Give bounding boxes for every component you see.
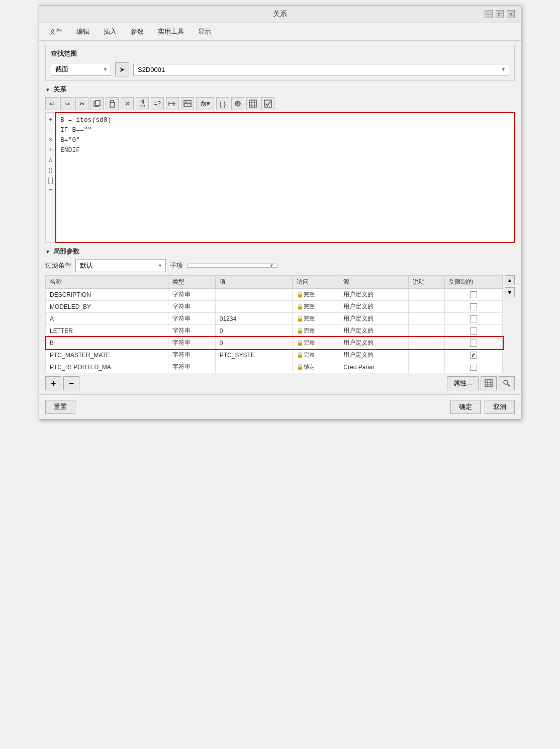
cell-value: PTC_SYSTE [215,349,292,361]
restricted-checkbox[interactable] [470,364,477,371]
cell-note [409,325,445,337]
table-row[interactable]: PTC_MASTER_MATE 字符串 PTC_SYSTE 🔒完整 用户定义的 … [46,349,503,361]
footer-left: 重置 [45,400,75,414]
relations-title: 关系 [53,85,66,94]
target-select[interactable]: S2D0001 [133,64,509,75]
table-row[interactable]: MODELED_BY 字符串 🔒完整 用户定义的 [46,301,503,313]
cell-restricted [445,325,503,337]
line-marker-caret: ∧ [47,155,54,165]
cell-note [409,289,445,301]
title-bar-controls: — □ × [485,10,515,18]
add-param-button[interactable]: + [45,376,61,390]
cell-restricted [445,361,503,373]
table-row[interactable]: LETTER 字符串 0 🔒完整 用户定义的 [46,325,503,337]
search-param-button[interactable] [499,376,515,390]
copy-button[interactable] [90,97,104,110]
restricted-checkbox[interactable] [470,315,477,322]
code-editor[interactable] [55,112,515,243]
table-row[interactable]: DESCRIPTION 字符串 🔒完整 用户定义的 [46,289,503,301]
remove-param-button[interactable]: − [63,376,79,390]
cell-type: 字符串 [168,289,215,301]
table-row[interactable]: PTC_REPORTED_MA 字符串 🔒锁定 Creo Paran [46,361,503,373]
line-marker-plus: + [47,115,54,125]
cell-source: 用户定义的 [339,301,409,313]
cell-type: 字符串 [168,337,215,349]
col-source: 源 [339,276,409,289]
cut-button[interactable]: ✂ [75,97,88,110]
cell-name: PTC_MASTER_MATE [46,349,168,361]
cell-access: 🔒完整 [292,337,339,349]
table-button[interactable] [246,97,259,110]
delete-button[interactable]: ✕ [121,97,134,110]
cell-access: 🔒锁定 [292,361,339,373]
cell-note [409,337,445,349]
menu-display[interactable]: 显示 [196,26,213,37]
link-button[interactable] [231,97,244,110]
cell-name: B [46,337,168,349]
cell-name: PTC_REPORTED_MA [46,361,168,373]
scroll-down-button[interactable]: ▼ [505,287,515,297]
cell-type: 字符串 [168,313,215,325]
bracket-button[interactable]: { } [216,97,229,110]
cancel-button[interactable]: 取消 [485,400,515,414]
params-right-buttons: 属性... [447,376,515,390]
image-button[interactable] [181,97,194,110]
menu-insert[interactable]: 插入 [102,26,119,37]
svg-line-23 [508,384,510,387]
main-window: 关系 — □ × 文件 编辑 插入 参数 实用工具 显示 查找范围 截面 ➤ S… [39,5,521,420]
table-row[interactable]: A 字符串 01234 🔒完整 用户定义的 [46,313,503,325]
filter-select[interactable]: 默认 [75,259,166,272]
redo-button[interactable]: ↪ [60,97,73,110]
relations-collapse-icon[interactable]: ▼ [45,87,50,93]
restricted-checkbox[interactable] [470,327,477,335]
reset-button[interactable]: 重置 [45,400,75,414]
undo-button[interactable]: ↩ [45,97,58,110]
cell-restricted [445,313,503,325]
params-bottom-bar: + − 属性... [45,376,515,390]
arrow-relation-button[interactable] [166,97,179,110]
scope-arrow-button[interactable]: ➤ [115,62,129,76]
scroll-arrows: ▲ ▼ [505,275,515,297]
menu-params[interactable]: 参数 [129,26,146,37]
search-range-group: 查找范围 截面 ➤ S2D0001 [45,45,515,81]
confirm-button[interactable]: 确定 [450,400,481,414]
cell-type: 字符串 [168,325,215,337]
cell-value: 0 [215,325,292,337]
restricted-checkbox[interactable] [470,291,477,298]
minimize-button[interactable]: — [485,10,493,18]
equals-button[interactable]: =? [151,97,164,110]
title-bar: 关系 — □ × [39,6,521,23]
restricted-checkbox[interactable] [470,340,477,347]
restricted-checkbox[interactable]: ✓ [470,352,477,359]
cell-note [409,313,445,325]
col-access: 访问 [292,276,339,289]
grid-view-button[interactable] [481,376,497,390]
cell-access: 🔒完整 [292,349,339,361]
cell-access: 🔒完整 [292,325,339,337]
cell-type: 字符串 [168,349,215,361]
cell-restricted [445,337,503,349]
restricted-checkbox[interactable] [470,303,477,310]
local-params-header: ▼ 局部参数 [45,247,515,256]
properties-button[interactable]: 属性... [447,376,479,390]
close-button[interactable]: × [507,10,515,18]
table-row[interactable]: B 字符串 0 🔒完整 用户定义的 [46,337,503,349]
maximize-button[interactable]: □ [496,10,504,18]
menu-file[interactable]: 文件 [47,26,64,37]
params-table: 名称 类型 值 访问 源 说明 受限制的 DESCRIPTION 字符串 🔒完整… [45,275,503,373]
line-marker-minus: − [47,125,54,135]
check-button[interactable] [261,97,274,110]
cell-restricted: ✓ [445,349,503,361]
child-select[interactable] [187,264,277,268]
menu-tools[interactable]: 实用工具 [156,26,186,37]
paste-button[interactable] [106,97,119,110]
scroll-up-button[interactable]: ▲ [505,275,515,285]
svg-rect-17 [485,380,492,387]
local-params-collapse-icon[interactable]: ▼ [45,249,50,255]
scope-select[interactable]: 截面 [51,63,111,76]
col-restricted: 受限制的 [445,276,503,289]
fx-button[interactable]: fx▾ [196,97,214,110]
format-button[interactable]: d|0.0 [136,97,149,110]
filter-row: 过滤条件 默认 子项 [45,259,515,272]
menu-edit[interactable]: 编辑 [74,26,91,37]
